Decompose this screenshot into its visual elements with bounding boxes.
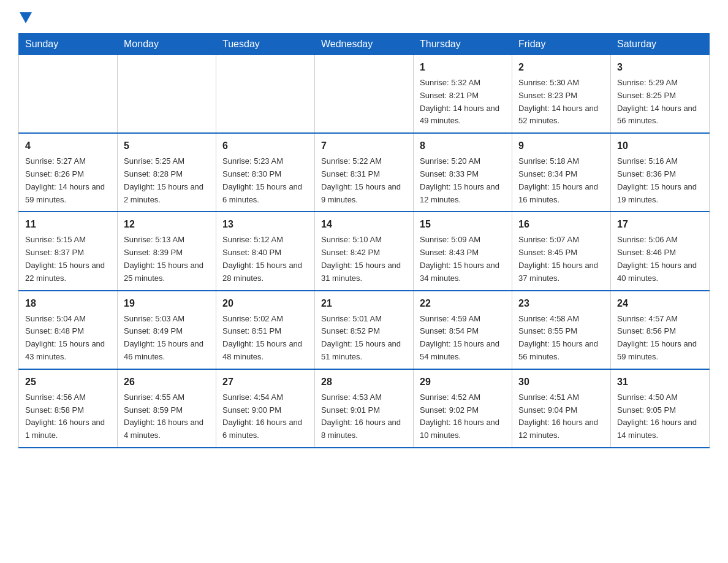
day-number: 9	[518, 139, 604, 153]
logo	[18, 12, 32, 27]
day-number: 23	[518, 296, 604, 311]
day-info: Sunrise: 5:32 AM Sunset: 8:21 PM Dayligh…	[420, 77, 506, 128]
day-cell: 31Sunrise: 4:50 AM Sunset: 9:05 PM Dayli…	[611, 369, 710, 448]
day-cell: 11Sunrise: 5:15 AM Sunset: 8:37 PM Dayli…	[19, 212, 118, 290]
day-number: 19	[124, 296, 210, 311]
weekday-row: SundayMondayTuesdayWednesdayThursdayFrid…	[19, 34, 710, 55]
day-info: Sunrise: 5:23 AM Sunset: 8:30 PM Dayligh…	[222, 155, 308, 206]
day-info: Sunrise: 5:07 AM Sunset: 8:45 PM Dayligh…	[518, 234, 604, 285]
day-info: Sunrise: 4:50 AM Sunset: 9:05 PM Dayligh…	[617, 391, 703, 442]
day-number: 17	[617, 217, 703, 232]
week-row-5: 25Sunrise: 4:56 AM Sunset: 8:58 PM Dayli…	[19, 369, 710, 448]
day-number: 14	[321, 217, 407, 232]
day-info: Sunrise: 4:57 AM Sunset: 8:56 PM Dayligh…	[617, 313, 703, 364]
day-info: Sunrise: 5:16 AM Sunset: 8:36 PM Dayligh…	[617, 155, 703, 206]
day-cell: 9Sunrise: 5:18 AM Sunset: 8:34 PM Daylig…	[512, 133, 611, 212]
calendar-table: SundayMondayTuesdayWednesdayThursdayFrid…	[18, 33, 710, 448]
day-cell: 28Sunrise: 4:53 AM Sunset: 9:01 PM Dayli…	[315, 369, 414, 448]
day-cell: 4Sunrise: 5:27 AM Sunset: 8:26 PM Daylig…	[19, 133, 118, 212]
day-cell	[216, 55, 315, 134]
day-cell	[118, 55, 216, 134]
day-info: Sunrise: 5:06 AM Sunset: 8:46 PM Dayligh…	[617, 234, 703, 285]
weekday-header-tuesday: Tuesday	[216, 34, 315, 55]
calendar-body: 1Sunrise: 5:32 AM Sunset: 8:21 PM Daylig…	[19, 55, 710, 448]
week-row-4: 18Sunrise: 5:04 AM Sunset: 8:48 PM Dayli…	[19, 291, 710, 369]
day-cell: 3Sunrise: 5:29 AM Sunset: 8:25 PM Daylig…	[611, 55, 710, 134]
day-number: 6	[222, 139, 308, 153]
day-info: Sunrise: 5:09 AM Sunset: 8:43 PM Dayligh…	[420, 234, 506, 285]
day-number: 24	[617, 296, 703, 311]
day-number: 20	[222, 296, 308, 311]
week-row-3: 11Sunrise: 5:15 AM Sunset: 8:37 PM Dayli…	[19, 212, 710, 290]
day-number: 30	[518, 375, 604, 389]
day-cell: 20Sunrise: 5:02 AM Sunset: 8:51 PM Dayli…	[216, 291, 315, 369]
day-cell: 14Sunrise: 5:10 AM Sunset: 8:42 PM Dayli…	[315, 212, 414, 290]
day-cell: 16Sunrise: 5:07 AM Sunset: 8:45 PM Dayli…	[512, 212, 611, 290]
day-cell: 1Sunrise: 5:32 AM Sunset: 8:21 PM Daylig…	[414, 55, 512, 134]
day-cell: 12Sunrise: 5:13 AM Sunset: 8:39 PM Dayli…	[118, 212, 216, 290]
day-info: Sunrise: 5:30 AM Sunset: 8:23 PM Dayligh…	[518, 77, 604, 128]
page-header	[18, 12, 710, 27]
day-number: 11	[25, 217, 111, 232]
day-number: 26	[124, 375, 210, 389]
day-number: 3	[617, 60, 703, 75]
day-info: Sunrise: 4:58 AM Sunset: 8:55 PM Dayligh…	[518, 313, 604, 364]
day-cell: 5Sunrise: 5:25 AM Sunset: 8:28 PM Daylig…	[118, 133, 216, 212]
week-row-1: 1Sunrise: 5:32 AM Sunset: 8:21 PM Daylig…	[19, 55, 710, 134]
day-cell: 23Sunrise: 4:58 AM Sunset: 8:55 PM Dayli…	[512, 291, 611, 369]
day-number: 1	[420, 60, 506, 75]
day-info: Sunrise: 4:52 AM Sunset: 9:02 PM Dayligh…	[420, 391, 506, 442]
day-number: 29	[420, 375, 506, 389]
day-number: 8	[420, 139, 506, 153]
weekday-header-monday: Monday	[118, 34, 216, 55]
day-info: Sunrise: 5:04 AM Sunset: 8:48 PM Dayligh…	[25, 313, 111, 364]
day-info: Sunrise: 4:53 AM Sunset: 9:01 PM Dayligh…	[321, 391, 407, 442]
day-info: Sunrise: 5:25 AM Sunset: 8:28 PM Dayligh…	[124, 155, 210, 206]
day-number: 22	[420, 296, 506, 311]
day-number: 13	[222, 217, 308, 232]
day-cell: 30Sunrise: 4:51 AM Sunset: 9:04 PM Dayli…	[512, 369, 611, 448]
day-info: Sunrise: 5:02 AM Sunset: 8:51 PM Dayligh…	[222, 313, 308, 364]
day-cell: 29Sunrise: 4:52 AM Sunset: 9:02 PM Dayli…	[414, 369, 512, 448]
day-number: 31	[617, 375, 703, 389]
day-info: Sunrise: 4:56 AM Sunset: 8:58 PM Dayligh…	[25, 391, 111, 442]
svg-marker-0	[20, 12, 32, 23]
day-cell: 21Sunrise: 5:01 AM Sunset: 8:52 PM Dayli…	[315, 291, 414, 369]
weekday-header-sunday: Sunday	[19, 34, 118, 55]
day-cell: 8Sunrise: 5:20 AM Sunset: 8:33 PM Daylig…	[414, 133, 512, 212]
day-cell: 7Sunrise: 5:22 AM Sunset: 8:31 PM Daylig…	[315, 133, 414, 212]
day-info: Sunrise: 5:27 AM Sunset: 8:26 PM Dayligh…	[25, 155, 111, 206]
day-cell: 15Sunrise: 5:09 AM Sunset: 8:43 PM Dayli…	[414, 212, 512, 290]
day-number: 15	[420, 217, 506, 232]
day-cell: 22Sunrise: 4:59 AM Sunset: 8:54 PM Dayli…	[414, 291, 512, 369]
day-info: Sunrise: 5:03 AM Sunset: 8:49 PM Dayligh…	[124, 313, 210, 364]
day-info: Sunrise: 4:59 AM Sunset: 8:54 PM Dayligh…	[420, 313, 506, 364]
day-info: Sunrise: 5:10 AM Sunset: 8:42 PM Dayligh…	[321, 234, 407, 285]
day-cell: 13Sunrise: 5:12 AM Sunset: 8:40 PM Dayli…	[216, 212, 315, 290]
day-cell: 10Sunrise: 5:16 AM Sunset: 8:36 PM Dayli…	[611, 133, 710, 212]
day-number: 21	[321, 296, 407, 311]
day-number: 25	[25, 375, 111, 389]
calendar-header: SundayMondayTuesdayWednesdayThursdayFrid…	[19, 34, 710, 55]
day-info: Sunrise: 4:54 AM Sunset: 9:00 PM Dayligh…	[222, 391, 308, 442]
day-cell: 18Sunrise: 5:04 AM Sunset: 8:48 PM Dayli…	[19, 291, 118, 369]
day-cell: 27Sunrise: 4:54 AM Sunset: 9:00 PM Dayli…	[216, 369, 315, 448]
weekday-header-thursday: Thursday	[414, 34, 512, 55]
day-number: 5	[124, 139, 210, 153]
day-number: 18	[25, 296, 111, 311]
day-info: Sunrise: 5:12 AM Sunset: 8:40 PM Dayligh…	[222, 234, 308, 285]
day-cell	[315, 55, 414, 134]
day-number: 27	[222, 375, 308, 389]
day-info: Sunrise: 5:01 AM Sunset: 8:52 PM Dayligh…	[321, 313, 407, 364]
day-info: Sunrise: 4:51 AM Sunset: 9:04 PM Dayligh…	[518, 391, 604, 442]
week-row-2: 4Sunrise: 5:27 AM Sunset: 8:26 PM Daylig…	[19, 133, 710, 212]
day-info: Sunrise: 5:18 AM Sunset: 8:34 PM Dayligh…	[518, 155, 604, 206]
day-info: Sunrise: 4:55 AM Sunset: 8:59 PM Dayligh…	[124, 391, 210, 442]
day-number: 7	[321, 139, 407, 153]
logo-triangle-icon	[20, 12, 32, 25]
day-number: 28	[321, 375, 407, 389]
day-cell: 24Sunrise: 4:57 AM Sunset: 8:56 PM Dayli…	[611, 291, 710, 369]
day-info: Sunrise: 5:22 AM Sunset: 8:31 PM Dayligh…	[321, 155, 407, 206]
day-cell: 2Sunrise: 5:30 AM Sunset: 8:23 PM Daylig…	[512, 55, 611, 134]
day-cell: 26Sunrise: 4:55 AM Sunset: 8:59 PM Dayli…	[118, 369, 216, 448]
